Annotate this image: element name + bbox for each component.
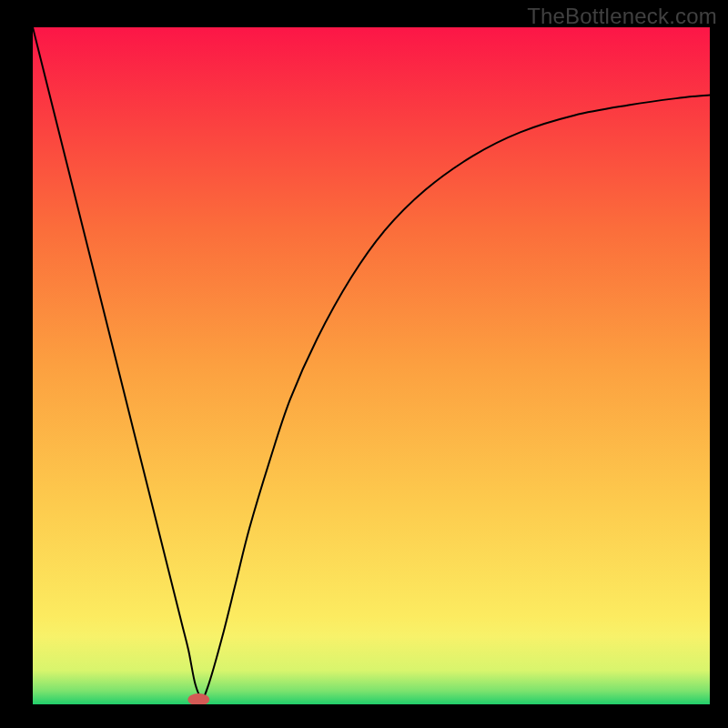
chart-frame: TheBottleneck.com	[0, 0, 728, 728]
watermark-text: TheBottleneck.com	[527, 4, 717, 29]
chart-svg	[33, 27, 710, 704]
plot-area	[33, 27, 710, 704]
gradient-background	[33, 27, 710, 704]
